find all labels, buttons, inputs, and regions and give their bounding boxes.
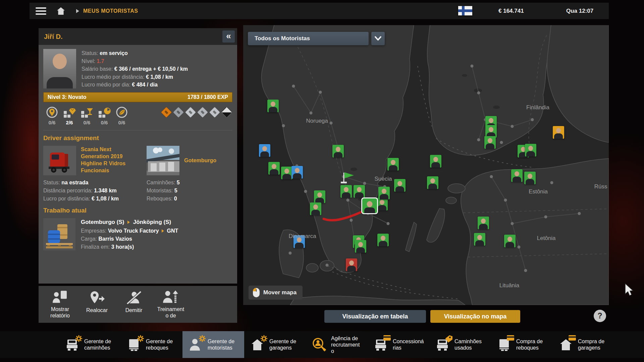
driver-filter-dropdown[interactable]: Todos os Motoristas	[248, 32, 369, 45]
garage-gear-icon	[249, 337, 265, 353]
nav-used-trucks[interactable]: Caminhões usados	[429, 331, 491, 358]
skill-urgent-delivery[interactable]: 0/6	[96, 106, 113, 125]
nav-garage-manager[interactable]: Gerente de garagens	[244, 331, 306, 358]
skill-ecodriving[interactable]: 0/6	[113, 106, 130, 125]
driver-map[interactable]: NoruegaSuéciaFinlândiaEstôniaRússLetônia…	[243, 25, 609, 305]
driver-name: Jiří D.	[44, 33, 63, 41]
high-value-cargo-icon	[63, 106, 76, 119]
driver-marker-red[interactable]	[346, 258, 357, 271]
driver-marker-green[interactable]	[511, 169, 523, 182]
collapse-panel-button[interactable]: «	[222, 31, 235, 43]
driver-marker-green[interactable]	[268, 162, 280, 175]
country-label: Letônia	[537, 235, 556, 242]
trailer-card-icon	[496, 337, 512, 353]
driver-marker-green[interactable]	[478, 217, 489, 229]
training-icon	[163, 290, 179, 304]
bottom-nav: Gerente de caminhões Gerente de reboques…	[0, 331, 644, 358]
report-icon	[52, 290, 68, 304]
nav-driver-manager[interactable]: Gerente de motoristas	[182, 331, 244, 358]
garage-link[interactable]: Gotemburgo	[184, 158, 216, 164]
driver-marker-orange[interactable]	[553, 126, 564, 139]
nav-truck-dealer[interactable]: Concessionárias	[368, 331, 429, 358]
driver-stats: Status: em serviço Nível: 1.7 Salário ba…	[82, 49, 188, 89]
nav-truck-manager[interactable]: Gerente de caminhões	[59, 331, 121, 358]
map-view-button[interactable]: Visualização no mapa	[430, 310, 520, 323]
move-map-hint[interactable]: Mover mapa	[249, 286, 303, 300]
game-datetime: Qua 12:07	[566, 8, 593, 14]
driver-marker-green[interactable]	[332, 145, 344, 158]
driver-marker-green[interactable]	[378, 187, 390, 199]
skill-high-value-cargo[interactable]: 2/6	[61, 106, 78, 125]
cargo-thumbnail	[43, 218, 75, 250]
driver-marker-green[interactable]	[281, 167, 292, 179]
driver-marker-green[interactable]	[310, 202, 321, 215]
breadcrumb: MEUS MOTORISTAS	[83, 8, 138, 14]
mouse-icon	[253, 288, 260, 298]
stat-row: Nível: 1.7	[82, 57, 188, 65]
show-report-button[interactable]: Mostrar relatório	[43, 290, 77, 319]
truck-thumbnail[interactable]	[43, 146, 76, 175]
driver-marker-green[interactable]	[314, 190, 325, 203]
relocate-icon	[89, 290, 105, 305]
dismiss-button[interactable]: Demitir	[117, 290, 151, 319]
adr-badges	[161, 106, 232, 118]
driver-marker-green[interactable]	[484, 136, 496, 149]
truck-link[interactable]: Scania Next Generation 2019 Highline R V…	[81, 146, 132, 174]
nav-recruitment-agency[interactable]: Agência de recrutamento	[306, 331, 368, 358]
exp-value: 1783 / 1800 EXP	[187, 94, 228, 100]
driver-marker-selected[interactable]	[361, 197, 378, 214]
driver-marker-green[interactable]	[340, 185, 352, 198]
driver-marker-green[interactable]	[387, 158, 399, 171]
experience-bar: Nível 3: Novato 1783 / 1800 EXP	[43, 92, 232, 102]
relocate-button[interactable]: Realocar	[80, 290, 114, 319]
truck-gear-icon	[64, 337, 80, 353]
driver-portrait	[43, 49, 76, 88]
garage-thumbnail[interactable]	[147, 146, 179, 175]
money-balance: € 164.741	[498, 8, 524, 14]
route-arrow-icon	[127, 221, 130, 224]
driver-marker-green[interactable]	[354, 185, 365, 198]
truck-card-icon	[373, 337, 389, 353]
nav-trailer-purchase[interactable]: Compra de reboques	[491, 331, 553, 358]
adr-flammable-solids-icon	[197, 107, 208, 118]
driver-marker-green[interactable]	[267, 100, 279, 112]
country-label: Estônia	[529, 188, 548, 195]
filter-dropdown-button[interactable]	[371, 32, 385, 45]
breadcrumb-arrow-icon	[76, 9, 79, 13]
nav-trailer-manager[interactable]: Gerente de reboques	[121, 331, 182, 358]
menu-icon[interactable]	[36, 7, 46, 15]
driver-marker-green[interactable]	[474, 233, 485, 246]
help-button[interactable]: ?	[594, 310, 606, 322]
current-job-heading: Trabalho atual	[43, 207, 232, 214]
mouse-cursor	[625, 283, 636, 297]
nav-garage-purchase[interactable]: Compra de garagens	[553, 331, 614, 358]
driver-marker-green[interactable]	[376, 198, 388, 210]
training-button[interactable]: Treinamento de	[154, 290, 187, 319]
level-label: Nível 3: Novato	[48, 94, 87, 100]
long-distance-icon	[45, 106, 59, 119]
driver-marker-green[interactable]	[430, 155, 441, 168]
driver-panel-body: Status: em serviço Nível: 1.7 Salário ba…	[39, 45, 237, 284]
driver-marker-green[interactable]	[427, 176, 438, 189]
driver-marker-green[interactable]	[524, 172, 536, 184]
driver-marker-green[interactable]	[504, 235, 516, 247]
country-label: Lituânia	[499, 282, 520, 289]
driver-marker-green[interactable]	[355, 240, 366, 253]
country-label: Finlândia	[526, 104, 549, 111]
home-icon[interactable]	[56, 6, 65, 15]
driver-marker-blue[interactable]	[259, 144, 270, 157]
skill-fragile-cargo[interactable]: 0/6	[78, 106, 96, 125]
skill-long-distance[interactable]: 0/6	[43, 106, 61, 125]
driver-marker-green[interactable]	[525, 144, 536, 157]
driver-marker-blue[interactable]	[291, 166, 303, 179]
country-label: Noruega	[306, 118, 328, 124]
table-view-button[interactable]: Visualização em tabela	[324, 310, 426, 323]
driver-marker-green[interactable]	[394, 179, 406, 192]
country-label: Suécia	[374, 176, 392, 182]
stat-row: Salário base: € 366 / entrega + € 10,50 …	[82, 65, 188, 73]
driver-actions-panel: Mostrar relatório Realocar Demitir Trein…	[39, 286, 237, 323]
adr-oxidizers-icon	[209, 107, 220, 118]
garage-stats: Caminhões: 5 Motoristas: 5 Reboques: 0	[147, 179, 232, 203]
country-label: Rúss	[594, 183, 607, 190]
driver-marker-green[interactable]	[377, 234, 389, 246]
